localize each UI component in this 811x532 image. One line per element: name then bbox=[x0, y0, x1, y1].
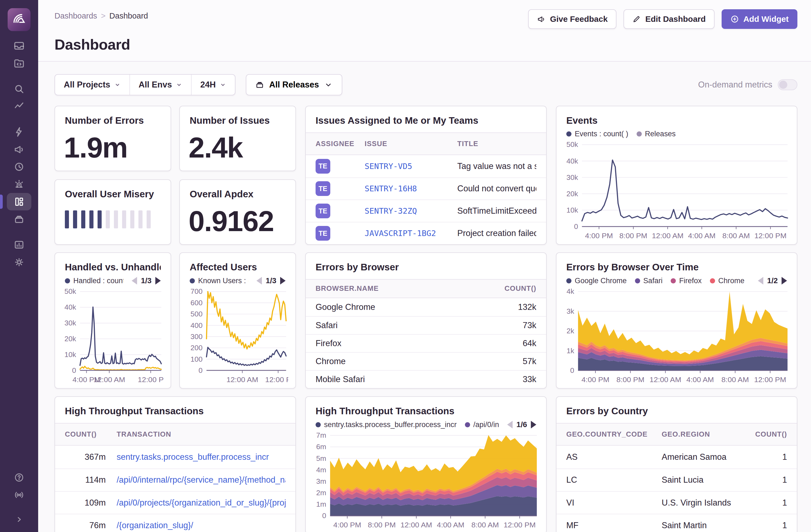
table-row: Chrome57k bbox=[306, 352, 546, 370]
issue-link[interactable]: SENTRY-32ZQ bbox=[365, 206, 457, 216]
releases-filter[interactable]: All Releases bbox=[246, 74, 342, 95]
handled-chart-plot[interactable]: 010k20k30k40k50k4:00 PM12:00 AM12:00 P bbox=[60, 288, 164, 383]
pager-prev-icon[interactable] bbox=[132, 277, 137, 285]
transaction-link[interactable]: /api/0/projects/{organization_id_or_slug… bbox=[117, 498, 286, 508]
sidebar-item-projects[interactable] bbox=[0, 55, 38, 72]
add-widget-button[interactable]: Add Widget bbox=[722, 9, 797, 29]
svg-text:4:00 PM: 4:00 PM bbox=[333, 521, 361, 529]
breadcrumb-dashboards[interactable]: Dashboards bbox=[55, 12, 97, 20]
sidebar-item-settings[interactable] bbox=[0, 254, 38, 271]
card-errors-by-browser-over-time: Errors by Browser Over Time Google Chrom… bbox=[556, 253, 797, 389]
sidebar-item-whats-new[interactable] bbox=[0, 486, 38, 504]
sidebar-item-feedback[interactable] bbox=[0, 141, 38, 158]
pager-next-icon[interactable] bbox=[280, 277, 286, 285]
projects-folder-icon bbox=[13, 58, 25, 69]
legend-item[interactable]: Releases bbox=[637, 130, 676, 138]
svg-text:20k: 20k bbox=[64, 335, 76, 343]
table-row: 109m /api/0/projects/{organization_id_or… bbox=[55, 491, 295, 514]
high-throughput-chart-plot[interactable]: 01m2m3m4m5m6m7m4:00 PM8:00 PM12:00 AM4:0… bbox=[311, 432, 539, 529]
legend-item[interactable]: Google Chrome bbox=[566, 277, 627, 285]
sidebar-item-dashboards[interactable] bbox=[0, 193, 38, 210]
on-demand-toggle[interactable] bbox=[778, 79, 797, 90]
sidebar bbox=[0, 0, 38, 532]
avatar: TE bbox=[316, 203, 330, 218]
sentry-logo[interactable] bbox=[7, 8, 31, 31]
pager-next-icon[interactable] bbox=[782, 277, 787, 285]
sidebar-item-explore[interactable] bbox=[0, 80, 38, 97]
widget-title: Errors by Browser Over Time bbox=[566, 262, 787, 273]
svg-text:8:00 AM: 8:00 AM bbox=[722, 232, 750, 239]
table-row: 367m sentry.tasks.process_buffer.process… bbox=[55, 445, 295, 468]
issue-link[interactable]: JAVASCRIPT-1BG2 bbox=[365, 229, 457, 238]
transaction-link[interactable]: /api/0/internal/rpc/{service_name}/{meth… bbox=[117, 475, 286, 485]
legend-item[interactable]: Safari bbox=[635, 277, 663, 285]
issue-link[interactable]: SENTRY-VD5 bbox=[365, 162, 457, 171]
events-chart-plot[interactable]: 010k20k30k40k50k4:00 PM8:00 PM12:00 AM4:… bbox=[561, 141, 790, 239]
legend-item[interactable]: Firefox bbox=[671, 277, 702, 285]
table-row: 114m /api/0/internal/rpc/{service_name}/… bbox=[55, 469, 295, 491]
sidebar-item-help[interactable] bbox=[0, 469, 38, 486]
sidebar-item-releases[interactable] bbox=[0, 210, 38, 228]
lightning-icon bbox=[13, 126, 25, 138]
legend-item[interactable]: Chrome bbox=[710, 277, 745, 285]
user-misery-gauge bbox=[55, 199, 171, 228]
environment-filter[interactable]: All Envs bbox=[129, 75, 191, 95]
pager-prev-icon[interactable] bbox=[507, 421, 512, 428]
series-dot bbox=[316, 422, 321, 427]
card-handled-vs-unhandled: Handled vs. Unhandled Handled : count( )… bbox=[55, 253, 171, 389]
col-header: COUNT() bbox=[65, 430, 117, 439]
svg-text:30k: 30k bbox=[566, 173, 578, 181]
sidebar-item-stats[interactable] bbox=[0, 236, 38, 254]
edit-dashboard-button[interactable]: Edit Dashboard bbox=[624, 9, 715, 29]
svg-text:4:00 AM: 4:00 AM bbox=[687, 376, 714, 383]
give-feedback-button[interactable]: Give Feedback bbox=[528, 9, 616, 29]
svg-text:8:00 PM: 8:00 PM bbox=[368, 521, 396, 529]
widget-title: High Throughput Transactions bbox=[316, 406, 536, 416]
kpi-value: 0.9162 bbox=[180, 199, 295, 235]
card-overall-user-misery: Overall User Misery bbox=[55, 179, 171, 245]
svg-text:12:00 AM: 12:00 AM bbox=[401, 521, 432, 529]
sidebar-item-alerts[interactable] bbox=[0, 176, 38, 193]
svg-text:100: 100 bbox=[190, 355, 202, 363]
legend-item[interactable]: Events : count( ) bbox=[566, 130, 628, 138]
affected-users-chart-plot[interactable]: 010020030040050060070012:00 AM12:00 P bbox=[185, 288, 288, 383]
svg-text:6m: 6m bbox=[316, 443, 326, 451]
svg-text:2k: 2k bbox=[567, 327, 574, 335]
broadcast-icon bbox=[14, 490, 24, 500]
svg-text:8:00 PM: 8:00 PM bbox=[616, 376, 644, 383]
page-header: Dashboards > Dashboard Give Feedback Edi… bbox=[38, 0, 811, 62]
transaction-link[interactable]: /{organization_slug}/ bbox=[117, 520, 286, 530]
table-header: ASSIGNEE ISSUE TITLE bbox=[306, 133, 546, 155]
card-number-of-errors: Number of Errors 1.9m bbox=[55, 106, 171, 171]
date-range-filter[interactable]: 24H bbox=[191, 75, 235, 95]
issue-link[interactable]: SENTRY-16H8 bbox=[365, 184, 457, 193]
sidebar-collapse[interactable] bbox=[0, 511, 38, 528]
pager-next-icon[interactable] bbox=[531, 421, 536, 428]
table-header: GEO.COUNTRY_CODE GEO.REGION COUNT() bbox=[556, 423, 797, 445]
sidebar-item-replays[interactable] bbox=[0, 158, 38, 176]
trace-line-icon bbox=[13, 101, 25, 112]
pager-prev-icon[interactable] bbox=[257, 277, 262, 285]
browser-over-time-chart-plot[interactable]: 01k2k3k4k4:00 PM8:00 PM12:00 AM4:00 AM8:… bbox=[561, 288, 790, 383]
search-icon bbox=[13, 83, 25, 94]
pencil-icon bbox=[632, 15, 641, 24]
widget-title: Events bbox=[566, 115, 787, 126]
legend-pager: 1/6 bbox=[507, 420, 536, 429]
legend-item[interactable]: sentry.tasks.process_buffer.process_incr bbox=[316, 421, 457, 429]
sidebar-item-traces[interactable] bbox=[0, 97, 38, 115]
legend-item[interactable]: Handled : count( ) bbox=[65, 277, 123, 285]
sidebar-item-performance[interactable] bbox=[0, 123, 38, 141]
pager-next-icon[interactable] bbox=[155, 277, 161, 285]
svg-text:4k: 4k bbox=[567, 288, 574, 295]
series-dot bbox=[671, 278, 676, 284]
legend-item[interactable]: Known Users : cour bbox=[190, 277, 248, 285]
breadcrumb-current: Dashboard bbox=[109, 12, 148, 20]
card-issues-assigned: Issues Assigned to Me or My Teams ASSIGN… bbox=[305, 106, 547, 245]
project-filter[interactable]: All Projects bbox=[55, 75, 129, 95]
chevron-right-icon bbox=[14, 514, 24, 525]
pager-prev-icon[interactable] bbox=[758, 277, 763, 285]
transaction-link[interactable]: sentry.tasks.process_buffer.process_incr bbox=[117, 452, 286, 462]
card-overall-apdex: Overall Apdex 0.9162 bbox=[179, 179, 296, 245]
sidebar-item-issues[interactable] bbox=[0, 37, 38, 55]
legend-item[interactable]: /api/0/internal/r bbox=[465, 421, 499, 429]
